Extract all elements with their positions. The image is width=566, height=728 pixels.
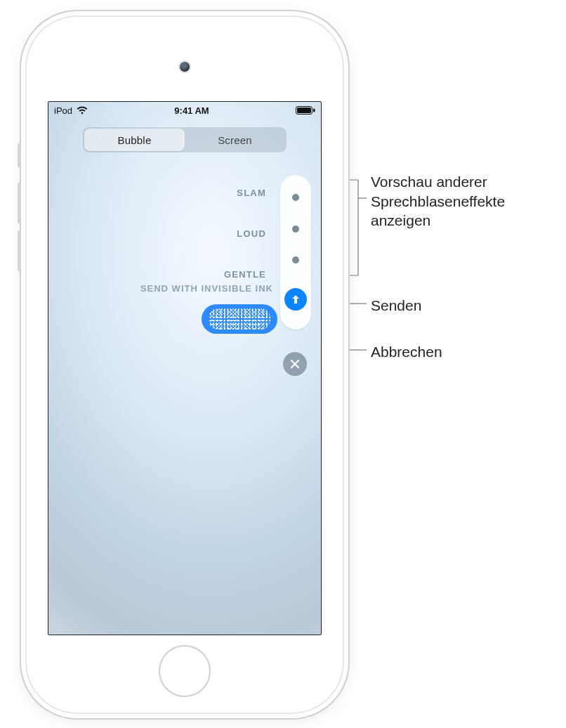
send-button[interactable]	[284, 288, 307, 311]
tab-bubble-label: Bubble	[118, 134, 152, 146]
svg-rect-1	[297, 108, 311, 113]
svg-rect-2	[313, 109, 315, 112]
effect-option-slam-label: SLAM	[237, 188, 266, 198]
callout-preview-effects: Vorschau anderer Sprechblaseneffekte anz…	[371, 172, 560, 230]
effect-option-loud-label: LOUD	[237, 228, 266, 239]
screen: iPod 9:41 AM Bubble Screen SLAM LOUD	[48, 101, 322, 635]
effect-option-slam[interactable]	[292, 194, 299, 201]
invisible-ink-effect	[209, 308, 270, 330]
effect-option-loud[interactable]	[292, 226, 299, 233]
status-bar: iPod 9:41 AM	[48, 102, 321, 119]
wifi-icon	[77, 106, 88, 115]
effect-option-gentle-label: GENTLE	[224, 269, 266, 280]
mute-switch	[18, 143, 21, 167]
clock: 9:41 AM	[174, 105, 209, 116]
close-icon	[290, 359, 300, 369]
tab-screen-label: Screen	[218, 134, 252, 146]
callout-send: Senden	[371, 296, 421, 316]
cancel-button[interactable]	[283, 352, 307, 376]
front-camera	[180, 62, 190, 72]
volume-down-button	[18, 230, 21, 271]
callout-cancel: Abbrechen	[371, 342, 442, 362]
volume-up-button	[18, 183, 21, 223]
tab-screen[interactable]: Screen	[185, 129, 285, 151]
message-preview-bubble	[202, 304, 277, 334]
effect-scope-segmented: Bubble Screen	[83, 127, 287, 152]
tab-bubble[interactable]: Bubble	[84, 129, 185, 151]
home-button[interactable]	[159, 645, 211, 697]
arrow-up-icon	[290, 294, 301, 305]
effect-selector	[280, 175, 311, 330]
effect-option-gentle[interactable]	[292, 256, 299, 264]
device-frame: iPod 9:41 AM Bubble Screen SLAM LOUD	[21, 11, 348, 718]
battery-icon	[296, 106, 315, 115]
device-label: iPod	[54, 105, 72, 116]
effect-active-label: SEND WITH INVISIBLE INK	[140, 283, 273, 294]
